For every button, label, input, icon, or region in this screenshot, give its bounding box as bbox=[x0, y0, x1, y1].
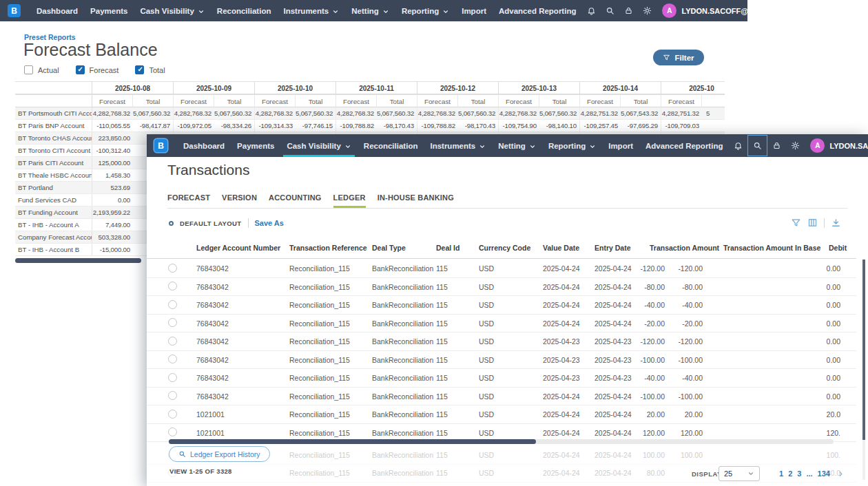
table-row[interactable]: BT Paris BNP Account-110,065.55-98,417.8… bbox=[15, 120, 725, 132]
nav-item-reporting[interactable]: Reporting bbox=[395, 0, 455, 21]
bell-icon[interactable] bbox=[729, 136, 747, 155]
nav-item-import[interactable]: Import bbox=[455, 0, 493, 21]
user-menu[interactable]: LYDON.SACOFF@BOTTOM... bbox=[681, 7, 747, 15]
checkbox-box[interactable] bbox=[24, 65, 33, 74]
vertical-scrollbar-thumb[interactable] bbox=[862, 260, 865, 440]
nav-item-advanced-reporting[interactable]: Advanced Reporting bbox=[639, 134, 729, 157]
table-row[interactable]: BT Portsmouth CITI Account4,282,768.325,… bbox=[15, 107, 725, 120]
balance-cell: -97,695.29 bbox=[621, 120, 661, 131]
nav-item-import[interactable]: Import bbox=[602, 134, 639, 157]
table-row[interactable]: 76843042Reconciliation_115BankReconcilia… bbox=[147, 315, 856, 333]
tab-accounting[interactable]: ACCOUNTING bbox=[269, 193, 322, 208]
nav-item-netting[interactable]: Netting bbox=[345, 0, 395, 21]
user-avatar[interactable]: A bbox=[810, 138, 825, 153]
page-size-select[interactable]: 25 bbox=[719, 466, 760, 481]
nav-item-label: Reconciliation bbox=[364, 142, 418, 150]
sub-header-forecast: Forecast bbox=[255, 95, 296, 107]
table-row[interactable]: 76843042Reconciliation_115BankReconcilia… bbox=[147, 296, 856, 315]
horizontal-scrollbar-thumb[interactable] bbox=[15, 258, 141, 263]
save-as-link[interactable]: Save As bbox=[255, 219, 284, 227]
page-size-value: 25 bbox=[724, 469, 732, 478]
nav-item-payments[interactable]: Payments bbox=[84, 0, 134, 21]
cell-deal: BankReconciliation bbox=[372, 388, 433, 406]
download-icon[interactable] bbox=[831, 218, 841, 228]
nav-item-netting[interactable]: Netting bbox=[492, 134, 542, 157]
cell-id: 115 bbox=[436, 296, 448, 315]
radio-button[interactable] bbox=[168, 355, 177, 363]
radio-button[interactable] bbox=[168, 282, 177, 290]
columns-icon[interactable] bbox=[807, 218, 818, 228]
table-row[interactable]: 76843042Reconciliation_115BankReconcilia… bbox=[147, 388, 856, 406]
table-row[interactable]: 76843042Reconciliation_115BankReconcilia… bbox=[147, 351, 856, 370]
nav-item-dashboard[interactable]: Dashboard bbox=[177, 134, 231, 157]
nav-item-cash-visibility[interactable]: Cash Visibility bbox=[280, 134, 357, 157]
table-row[interactable]: 1021001Reconciliation_115BankReconciliat… bbox=[147, 405, 856, 424]
nav-item-reporting[interactable]: Reporting bbox=[542, 134, 602, 157]
nav-item-reconciliation[interactable]: Reconciliation bbox=[358, 134, 424, 157]
nav-item-cash-visibility[interactable]: Cash Visibility bbox=[134, 0, 210, 21]
checkbox-total[interactable]: Total bbox=[135, 65, 165, 74]
horizontal-scrollbar[interactable] bbox=[169, 439, 834, 444]
layout-radio-icon[interactable] bbox=[169, 221, 174, 226]
cell-vdate: 2025-04-24 bbox=[543, 446, 580, 465]
gear-icon[interactable] bbox=[786, 136, 805, 155]
nav-item-dashboard[interactable]: Dashboard bbox=[30, 0, 84, 21]
filter-button[interactable]: Filter bbox=[653, 50, 704, 65]
page-2[interactable]: 2 bbox=[788, 469, 792, 478]
table-row[interactable]: 76843042Reconciliation_115BankReconcilia… bbox=[147, 332, 856, 351]
bell-icon[interactable] bbox=[582, 1, 601, 20]
page-1[interactable]: 1 bbox=[779, 469, 783, 478]
app-logo[interactable]: B bbox=[154, 139, 167, 152]
page-3[interactable]: 3 bbox=[797, 469, 801, 478]
page-134[interactable]: 134 bbox=[818, 469, 830, 478]
radio-button[interactable] bbox=[168, 337, 177, 346]
chevron-right-icon[interactable] bbox=[835, 470, 845, 478]
funnel-icon[interactable] bbox=[791, 218, 801, 228]
radio-button[interactable] bbox=[168, 391, 177, 400]
vertical-scrollbar[interactable] bbox=[862, 260, 865, 480]
checkbox-forecast[interactable]: Forecast bbox=[76, 65, 119, 74]
user-menu[interactable]: LYDON.SACOFF@BOTTOM... bbox=[829, 142, 868, 150]
table-row[interactable]: 76843042Reconciliation_115BankReconcilia… bbox=[147, 260, 856, 278]
radio-button[interactable] bbox=[168, 318, 177, 327]
balance-cell: -98,140.10 bbox=[539, 120, 580, 131]
tab-forecast[interactable]: FORECAST bbox=[167, 193, 210, 208]
gear-icon[interactable] bbox=[638, 1, 657, 20]
account-name: BT Toronto CHAS Account bbox=[15, 132, 92, 144]
balance-cell: 4,282,768.32 bbox=[174, 107, 214, 119]
checkbox-box[interactable] bbox=[76, 65, 85, 74]
tab-ledger[interactable]: LEDGER bbox=[333, 193, 366, 208]
column-header-transaction-reference: Transaction Reference bbox=[289, 237, 367, 259]
nav-item-instruments[interactable]: Instruments bbox=[277, 0, 345, 21]
tab-in-house-banking[interactable]: IN-HOUSE BANKING bbox=[378, 193, 454, 208]
balance-cell: 5,067,560.32 bbox=[458, 107, 499, 119]
nav-item-instruments[interactable]: Instruments bbox=[424, 134, 492, 157]
radio-button[interactable] bbox=[168, 427, 177, 436]
cell-vdate: 2025-04-24 bbox=[543, 260, 580, 278]
checkbox-box[interactable] bbox=[135, 65, 144, 74]
lock-icon[interactable] bbox=[619, 1, 638, 20]
nav-item-reconciliation[interactable]: Reconciliation bbox=[211, 0, 278, 21]
cell-base: -120.00 bbox=[639, 260, 703, 278]
lock-icon[interactable] bbox=[767, 136, 786, 155]
table-row[interactable]: 76843042Reconciliation_115BankReconcilia… bbox=[147, 278, 856, 297]
checkbox-actual[interactable]: Actual bbox=[24, 65, 59, 74]
table-row[interactable]: 76843042Reconciliation_115BankReconcilia… bbox=[147, 369, 856, 388]
horizontal-scrollbar-thumb[interactable] bbox=[169, 439, 536, 444]
nav-item-payments[interactable]: Payments bbox=[231, 134, 280, 157]
column-header-value-date: Value Date bbox=[543, 237, 579, 259]
tab-version[interactable]: VERSION bbox=[222, 193, 257, 208]
radio-button[interactable] bbox=[168, 264, 177, 273]
nav-item-advanced-reporting[interactable]: Advanced Reporting bbox=[493, 0, 582, 21]
cell-ccy: USD bbox=[479, 446, 494, 465]
ledger-export-history-button[interactable]: Ledger Export History bbox=[169, 446, 270, 462]
user-avatar[interactable]: A bbox=[662, 3, 676, 18]
radio-button[interactable] bbox=[168, 373, 177, 382]
date-header: 2025-10-14 bbox=[580, 82, 661, 94]
search-icon[interactable] bbox=[747, 135, 767, 156]
app-logo[interactable]: B bbox=[8, 4, 21, 17]
search-icon[interactable] bbox=[601, 1, 619, 20]
radio-button[interactable] bbox=[168, 410, 177, 419]
cell-debit: 0.00 bbox=[781, 369, 840, 388]
radio-button[interactable] bbox=[168, 300, 177, 309]
